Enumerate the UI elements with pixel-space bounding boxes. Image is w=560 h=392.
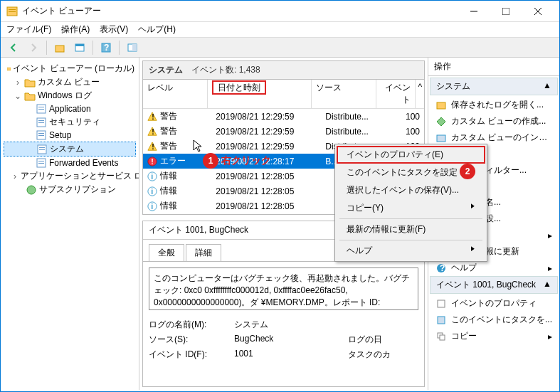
svg-rect-43 [437, 135, 445, 142]
log-icon [36, 103, 47, 115]
svg-rect-19 [38, 120, 44, 121]
window-title: イベント ビューアー [22, 5, 458, 17]
action-item[interactable]: このイベントにタスクを... [430, 312, 558, 328]
menubar: ファイル(F) 操作(A) 表示(V) ヘルプ(H) [1, 22, 559, 38]
actions-header: 操作 [428, 58, 559, 76]
expand-icon[interactable]: › [14, 78, 22, 88]
ctx-refresh[interactable]: 最新の情報に更新(F) [337, 221, 485, 238]
tree-root[interactable]: イベント ビューアー (ローカル) [4, 62, 136, 75]
actions-group-event[interactable]: イベント 1001, BugCheck▲ [430, 276, 558, 294]
annotation-1: 1右クリック [203, 153, 271, 169]
ctx-help[interactable]: ヘルプ [337, 242, 485, 260]
tree-item[interactable]: Forwarded Events [4, 157, 136, 169]
nav-tree: イベント ビューアー (ローカル) › カスタム ビュー ⌄ Windows ロ… [1, 58, 139, 390]
context-menu-item[interactable]: コピー(Y) [337, 199, 485, 217]
tool-button-2[interactable] [71, 40, 88, 55]
svg-rect-14 [7, 68, 11, 70]
toolbar: ? [1, 38, 559, 58]
context-menu-item[interactable]: 選択したイベントの保存(V)... [337, 181, 485, 199]
minimize-button[interactable] [458, 1, 490, 21]
log-icon [36, 129, 47, 141]
subscription-icon [26, 184, 37, 196]
log-icon [36, 117, 47, 128]
svg-rect-50 [438, 300, 445, 307]
svg-text:i: i [151, 186, 153, 195]
menu-help[interactable]: ヘルプ(H) [138, 23, 176, 36]
svg-text:i: i [151, 201, 153, 210]
tree-item[interactable]: Application [4, 102, 136, 115]
action-item[interactable]: コピー▸ [430, 328, 558, 344]
annotation-2: 2 [460, 164, 475, 179]
actions-group-system[interactable]: システム▲ [430, 78, 558, 95]
svg-rect-4 [502, 8, 509, 15]
action-icon [435, 298, 447, 309]
help-button[interactable]: ? [97, 40, 115, 55]
action-item[interactable]: イベントのプロパティ [430, 295, 558, 312]
context-menu-item[interactable]: イベントのプロパティ(E) [337, 146, 485, 164]
svg-rect-42 [437, 102, 445, 109]
tree-item[interactable]: セキュリティ [4, 115, 136, 129]
action-item[interactable]: カスタム ビューの作成... [430, 113, 558, 129]
svg-rect-2 [9, 11, 16, 12]
tree-item[interactable]: Setup [4, 129, 136, 142]
event-row[interactable]: !警告 2019/08/21 12:29:59 Distribute... 10… [143, 109, 424, 124]
tree-item[interactable]: システム [4, 142, 136, 157]
svg-rect-25 [39, 147, 45, 148]
menu-action[interactable]: 操作(A) [61, 23, 90, 36]
context-menu: イベントのプロパティ(E)このイベントにタスクを設定選択したイベントの保存(V)… [334, 144, 487, 262]
col-date[interactable]: 日付と時刻 [208, 80, 311, 108]
svg-rect-17 [38, 109, 44, 110]
col-eventid[interactable]: イベント [376, 80, 416, 108]
svg-rect-22 [38, 133, 44, 134]
event-row[interactable]: !警告 2019/08/21 12:29:59 Distribute... 10… [143, 124, 424, 139]
action-item[interactable]: ? ヘルプ▸ [430, 260, 558, 276]
tree-windows-logs[interactable]: ⌄ Windows ログ [4, 89, 136, 102]
log-icon [36, 144, 48, 155]
tool-button-1[interactable] [51, 40, 68, 55]
svg-rect-28 [38, 161, 44, 161]
menu-file[interactable]: ファイル(F) [6, 23, 51, 36]
detail-prop: イベント ID(F):1001タスクのカ [149, 347, 418, 362]
svg-text:?: ? [104, 43, 109, 53]
col-level[interactable]: レベル [143, 80, 208, 108]
svg-rect-29 [38, 163, 44, 164]
svg-rect-1 [9, 9, 16, 10]
svg-text:?: ? [440, 263, 445, 273]
list-header-bar: システム イベント数: 1,438 [142, 60, 425, 80]
action-icon [435, 100, 447, 111]
back-button[interactable] [5, 40, 22, 55]
svg-rect-13 [132, 44, 137, 51]
tool-button-3[interactable] [124, 40, 141, 55]
svg-rect-26 [39, 149, 45, 150]
list-title: システム [149, 64, 183, 76]
cursor-icon [192, 139, 204, 153]
svg-rect-53 [440, 335, 445, 340]
col-source[interactable]: ソース [312, 80, 376, 108]
app-icon [6, 6, 18, 17]
folder-icon [24, 77, 36, 88]
collapse-icon[interactable]: ⌄ [14, 91, 22, 101]
tree-app-services[interactable]: › アプリケーションとサービス ログ [4, 169, 136, 183]
titlebar: イベント ビューアー [1, 1, 559, 22]
svg-point-30 [27, 186, 36, 194]
forward-button[interactable] [25, 40, 42, 55]
svg-rect-20 [38, 122, 44, 123]
close-button[interactable] [522, 1, 554, 21]
expand-icon[interactable]: › [14, 171, 16, 181]
column-headers: レベル 日付と時刻 ソース イベント ^ [143, 80, 424, 109]
tree-subscriptions[interactable]: サブスクリプション [4, 183, 136, 196]
svg-rect-7 [56, 46, 64, 52]
tab-general[interactable]: 全般 [149, 244, 184, 261]
action-item[interactable]: 保存されたログを開く... [430, 97, 558, 113]
svg-text:i: i [151, 171, 153, 180]
folder-icon [24, 90, 36, 102]
maximize-button[interactable] [490, 1, 522, 21]
detail-message: このコンピューターはバグチェック後、再起動されました。バグチェック: 0xc0 … [149, 267, 418, 310]
action-icon [435, 132, 447, 144]
menu-view[interactable]: 表示(V) [100, 23, 128, 36]
tab-details[interactable]: 詳細 [186, 244, 221, 261]
tree-custom-views[interactable]: › カスタム ビュー [4, 75, 136, 89]
log-icon [36, 157, 47, 169]
svg-text:!: ! [151, 157, 154, 165]
svg-rect-16 [38, 107, 44, 107]
